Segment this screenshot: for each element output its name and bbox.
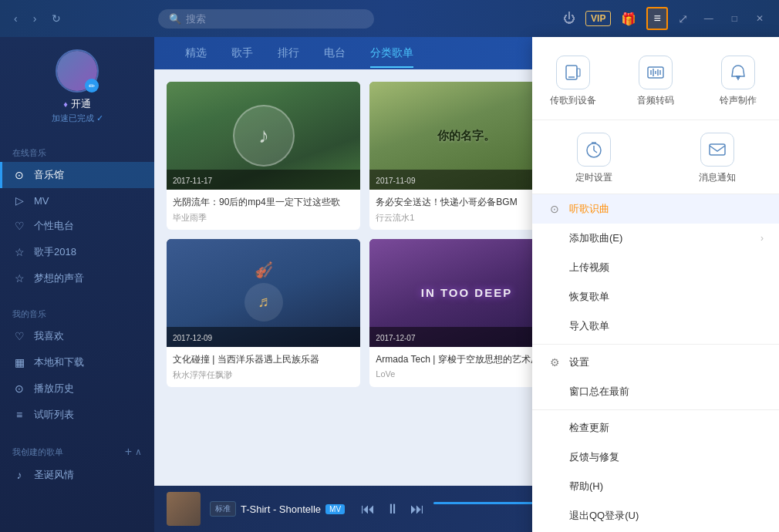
created-section-header: 我创建的歌单 + ∧ [0, 440, 154, 462]
dropdown-menu: 传歌到设备 音频转码 [532, 37, 779, 532]
sidebar-item-music-hall[interactable]: ⊙ 音乐馆 [0, 162, 154, 188]
menu-item-import-playlist[interactable]: 导入歌单 [532, 311, 779, 341]
app-container: ‹ › ↻ 🔍 ⏻ VIP 🎁 ≡ ⤢ — □ ✕ [0, 0, 779, 532]
timer-icon-circle [577, 133, 611, 167]
sidebar-item-dream-sound[interactable]: ☆ 梦想的声音 [0, 265, 154, 291]
vip-button[interactable]: VIP [585, 11, 611, 26]
player-controls: ⏮ ⏸ ⏭ [361, 501, 424, 517]
user-name: ♦ 开通 [63, 97, 91, 111]
card-1[interactable]: ♪ 2017-11-17 光阴流年：90后的mp4里一定下过这些歌 毕业雨季 [167, 82, 360, 230]
sidebar-item-christmas[interactable]: ♪ 圣诞风情 [0, 462, 154, 488]
card-1-overlay: 2017-11-17 [167, 170, 360, 190]
edit-icon: ✏ [89, 82, 95, 90]
maximize-button[interactable]: □ [726, 12, 744, 25]
menu-item-timer[interactable]: 定时设置 [532, 126, 656, 190]
sidebar: ✏ ♦ 开通 加速已完成 ✓ 在线音乐 ⊙ 音乐馆 [0, 37, 154, 532]
message-icon [707, 140, 727, 160]
settings-icon: ⚙ [548, 356, 561, 369]
menu-item-listen-identify[interactable]: ⊙ 听歌识曲 [532, 194, 779, 224]
player-info: 标准 T-Shirt - Shontelle MV [210, 501, 352, 517]
check-update-label: 检查更新 [569, 421, 609, 435]
card-1-date: 2017-11-17 [173, 177, 212, 185]
nav-refresh-button[interactable]: ↻ [47, 9, 66, 28]
sidebar-item-favorites[interactable]: ♡ 我喜欢 [0, 323, 154, 349]
menu-item-audio-convert[interactable]: 音频转码 [615, 49, 697, 113]
menu-divider-2 [532, 409, 779, 410]
trial-icon: ≡ [12, 409, 26, 421]
main-menu-button[interactable]: ≡ [646, 7, 667, 30]
menu-item-add-song[interactable]: 添加歌曲(E) › [532, 224, 779, 253]
tab-radio[interactable]: 电台 [312, 39, 358, 68]
sidebar-item-personal-radio[interactable]: ♡ 个性电台 [0, 213, 154, 239]
avatar-wrap: ✏ [56, 49, 99, 93]
singers-2018-label: 歌手2018 [34, 245, 76, 259]
add-song-label: 添加歌曲(E) [569, 231, 622, 245]
sidebar-item-history[interactable]: ⊙ 播放历史 [0, 375, 154, 402]
tab-picks[interactable]: 精选 [173, 39, 219, 68]
menu-item-feedback[interactable]: 反馈与修复 [532, 443, 779, 472]
listen-identify-icon: ⊙ [548, 203, 561, 215]
menu-icons-section: 传歌到设备 音频转码 [532, 37, 779, 120]
search-input[interactable] [186, 13, 325, 25]
next-button[interactable]: ⏭ [410, 501, 424, 517]
created-section: 我创建的歌单 + ∧ ♪ 圣诞风情 [0, 434, 154, 494]
sidebar-item-singers-2018[interactable]: ☆ 歌手2018 [0, 239, 154, 265]
menu-item-help[interactable]: 帮助(H) [532, 472, 779, 501]
prev-button[interactable]: ⏮ [361, 501, 375, 517]
transfer-device-icon-circle [556, 56, 590, 89]
menu-item-ringtone[interactable]: 铃声制作 [696, 49, 779, 113]
card-4-overlay: 2017-12-09 [167, 327, 360, 347]
player-title-row: 标准 T-Shirt - Shontelle MV [210, 501, 352, 517]
history-icon: ⊙ [12, 382, 26, 395]
menu-item-settings[interactable]: ⚙ 设置 [532, 348, 779, 377]
menu-item-transfer-device[interactable]: 传歌到设备 [532, 49, 615, 113]
menu-item-restore-playlist[interactable]: 恢复歌单 [532, 282, 779, 311]
card-5-subtitle: LoVe [376, 369, 557, 379]
pause-button[interactable]: ⏸ [386, 501, 400, 517]
music-hall-icon: ⊙ [12, 169, 26, 181]
menu-item-always-on-top[interactable]: 窗口总在最前 [532, 377, 779, 406]
menu-list: ⊙ 听歌识曲 添加歌曲(E) › 上传视频 恢复歌单 导入歌单 [532, 194, 779, 532]
music-hall-label: 音乐馆 [34, 168, 64, 182]
sidebar-item-trial-list[interactable]: ≡ 试听列表 [0, 402, 154, 428]
menu-item-upload-video[interactable]: 上传视频 [532, 253, 779, 282]
avatar-edit-button[interactable]: ✏ [85, 79, 99, 93]
minimize-button[interactable]: — [698, 12, 720, 25]
import-playlist-label: 导入歌单 [569, 319, 609, 333]
gift-icon[interactable]: 🎁 [617, 10, 640, 28]
menu-item-logout-qq[interactable]: 退出QQ登录(U) [532, 501, 779, 530]
nav-forward-button[interactable]: › [29, 9, 42, 28]
card-5-title: Armada Tech | 穿梭于空放思想的艺术厂 [376, 353, 557, 366]
close-button[interactable]: ✕ [750, 12, 770, 25]
playlist-icon: ♪ [12, 469, 26, 481]
my-music-title: 我的音乐 [0, 304, 154, 323]
tab-category[interactable]: 分类歌单 [358, 39, 426, 68]
card-2-date: 2017-11-09 [376, 177, 415, 185]
player-title: T-Shirt - Shontelle [241, 503, 321, 515]
user-section: ✏ ♦ 开通 加速已完成 ✓ [0, 37, 154, 136]
mv-badge[interactable]: MV [325, 504, 345, 514]
collapse-button[interactable]: ∧ [135, 446, 142, 457]
card-4-title: 文化碰撞 | 当西洋乐器遇上民族乐器 [173, 353, 354, 366]
ringtone-icon-circle [721, 56, 755, 89]
search-bar[interactable]: 🔍 [158, 9, 374, 29]
menu-item-check-update[interactable]: 检查更新 [532, 413, 779, 443]
add-playlist-button[interactable]: + [125, 445, 132, 459]
nav-back-button[interactable]: ‹ [9, 9, 22, 28]
sidebar-item-mv[interactable]: ▷ MV [0, 188, 154, 213]
audio-convert-icon-circle [639, 56, 673, 89]
tab-charts[interactable]: 排行 [265, 39, 312, 68]
favorites-icon: ♡ [12, 330, 26, 342]
menu-row-2: 定时设置 消息通知 [532, 120, 779, 194]
arrows-icon[interactable]: ⤢ [674, 10, 692, 28]
dream-sound-label: 梦想的声音 [34, 271, 84, 285]
sidebar-item-local-download[interactable]: ▦ 本地和下载 [0, 349, 154, 375]
tab-artists[interactable]: 歌手 [219, 39, 265, 68]
menu-item-message[interactable]: 消息通知 [656, 126, 779, 190]
audio-convert-label: 音频转码 [637, 94, 674, 107]
quality-button[interactable]: 标准 [210, 501, 236, 517]
power-icon[interactable]: ⏻ [559, 10, 579, 27]
user-status: 加速已完成 ✓ [52, 113, 103, 124]
card-4[interactable]: 🎻 ♬ 2017-12-09 [167, 239, 360, 387]
timer-icon [584, 140, 604, 160]
